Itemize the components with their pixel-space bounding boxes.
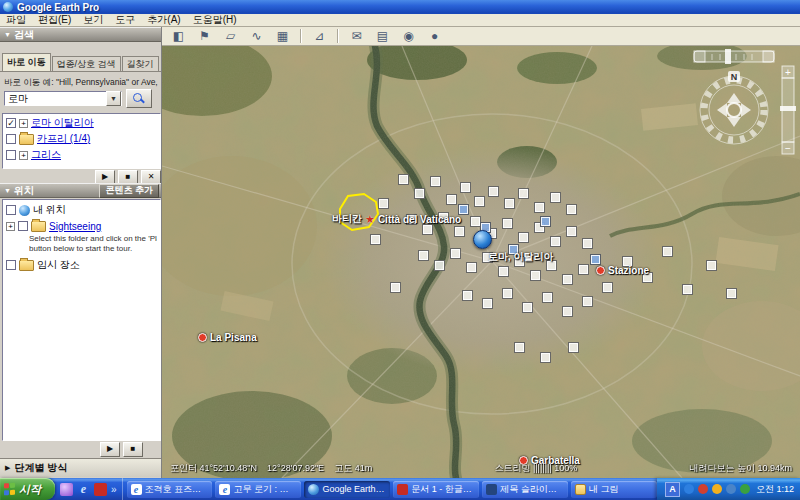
task-button[interactable]: e 조격호 표즈기 도.. — [127, 481, 213, 498]
combo-dropdown-icon[interactable]: ▼ — [106, 91, 121, 106]
map-viewport[interactable]: 바티칸★Città del Vaticano로마, 이탈리아StazioneLa… — [162, 46, 800, 478]
places-row-my-places[interactable]: 내 위치 — [6, 203, 66, 217]
add-path-icon[interactable]: ∿ — [248, 29, 265, 44]
sightseeing-description: button below to start the tour. — [29, 244, 157, 253]
places-row-temporary[interactable]: 임시 장소 — [6, 258, 80, 272]
google-earth-icon — [308, 484, 319, 495]
earth-icon[interactable]: ● — [426, 29, 443, 44]
pan-right-arrow[interactable] — [741, 103, 751, 117]
play-tour-button[interactable]: ▶ — [100, 442, 120, 457]
search-panel-header[interactable]: ▼ 검색 — [0, 27, 161, 42]
placemark-star-icon: ★ — [365, 213, 375, 226]
result-label[interactable]: 카프리 (1/4) — [37, 132, 90, 146]
internet-explorer-icon[interactable]: e — [77, 483, 90, 496]
tray-icon[interactable] — [712, 484, 722, 494]
print-icon[interactable]: ▤ — [374, 29, 391, 44]
toolbar-separator — [300, 29, 302, 43]
layers-panel-header[interactable]: ▶ 단계별 방식 — [0, 458, 161, 477]
sidebar: ▼ 검색 바로 이동 업종/상호 검색 길찾기 바로 이동 예: "Hill, … — [0, 27, 162, 478]
view-in-maps-icon[interactable]: ◉ — [400, 29, 417, 44]
pointer-coordinates: 포인터 41°52'10.48"N12°28'07.92"E고도 41m — [170, 462, 382, 475]
map-label[interactable]: Stazione — [596, 265, 649, 276]
zoom-slider-thumb[interactable] — [780, 106, 796, 111]
search-button[interactable] — [126, 89, 152, 108]
task-button[interactable]: 제목 슬라이드 틀-.. — [482, 481, 568, 498]
search-tabs: 바로 이동 업종/상호 검색 길찾기 — [2, 54, 160, 71]
window-titlebar[interactable]: Google Earth Pro — [0, 0, 800, 14]
menu-help[interactable]: 도움말(H) — [193, 13, 237, 27]
ime-indicator[interactable]: A — [665, 482, 680, 497]
stop-tour-button[interactable]: ■ — [123, 442, 143, 457]
email-icon[interactable]: ✉ — [348, 29, 365, 44]
pan-left-arrow[interactable] — [717, 103, 727, 117]
add-placemark-icon[interactable]: ⚑ — [196, 29, 213, 44]
zoom-slider[interactable]: + − — [780, 66, 796, 154]
tray-icon[interactable] — [684, 484, 694, 494]
tab-find-businesses[interactable]: 업종/상호 검색 — [52, 56, 121, 71]
folder-icon — [19, 260, 34, 271]
checkbox[interactable] — [6, 205, 16, 215]
map-label[interactable]: La Pisana — [198, 332, 257, 343]
map-label[interactable]: ★Città del Vaticano — [365, 213, 461, 226]
streaming-status: 스트리밍 |||||||| 100% — [494, 462, 577, 475]
windows-logo-icon — [4, 483, 16, 496]
pan-up-arrow[interactable] — [727, 93, 741, 103]
search-result-row[interactable]: + 그리스 — [6, 148, 61, 162]
search-result-row[interactable]: ✓ + 로마 이탈리아 — [6, 116, 94, 130]
folder-icon — [19, 134, 34, 145]
menu-add[interactable]: 추가(A) — [147, 13, 180, 27]
compass-north-label: N — [731, 72, 738, 82]
search-results: ✓ + 로마 이탈리아 카프리 (1/4) + 그리스 — [2, 113, 161, 169]
menu-tools[interactable]: 도구 — [115, 13, 135, 27]
measure-icon[interactable]: ⊿ — [311, 29, 328, 44]
map-toolbar: ◧⚑▱∿▦⊿✉▤◉● — [162, 27, 800, 46]
menu-view[interactable]: 보기 — [83, 13, 103, 27]
quick-launch-app-icon[interactable] — [60, 483, 73, 496]
collapse-arrow-icon: ▼ — [4, 187, 11, 194]
compass-center-knob[interactable] — [727, 103, 741, 117]
search-row: 로마 ▼ — [4, 90, 152, 107]
checkbox[interactable] — [6, 260, 16, 270]
task-button[interactable]: 문서 1 - 한글과.. — [393, 481, 479, 498]
checkbox[interactable]: ✓ — [6, 118, 16, 128]
start-button[interactable]: 시작 — [0, 478, 55, 500]
quick-launch-chevron-icon[interactable]: » — [111, 484, 117, 495]
search-query: 로마 — [5, 92, 106, 106]
search-result-row[interactable]: 카프리 (1/4) — [6, 132, 90, 146]
checkbox[interactable] — [18, 221, 28, 231]
result-label[interactable]: 그리스 — [31, 148, 61, 162]
pan-down-arrow[interactable] — [727, 117, 741, 127]
tilt-slider-thumb[interactable] — [725, 49, 731, 64]
compass[interactable]: N — [700, 71, 768, 144]
add-image-overlay-icon[interactable]: ▦ — [274, 29, 291, 44]
placemark-dot-icon — [596, 266, 605, 275]
add-content-button[interactable]: 콘텐츠 추가 — [99, 184, 159, 198]
expander-icon[interactable]: + — [19, 151, 28, 160]
map-label: 로마, 이탈리아 — [488, 250, 554, 264]
tab-directions[interactable]: 길찾기 — [122, 56, 159, 71]
navigation-control[interactable]: N + − — [692, 48, 796, 194]
tilt-slider[interactable] — [694, 49, 774, 64]
checkbox[interactable] — [6, 134, 16, 144]
task-button[interactable]: e 고무 로기 : 르시아.. — [215, 481, 301, 498]
add-polygon-icon[interactable]: ▱ — [222, 29, 239, 44]
quick-launch-hwp-icon[interactable] — [94, 483, 107, 496]
search-result-marker[interactable] — [473, 230, 492, 249]
expander-icon[interactable]: + — [19, 119, 28, 128]
places-panel-header[interactable]: ▼ 위치 콘텐츠 추가 — [0, 183, 161, 198]
tray-icon[interactable] — [726, 484, 736, 494]
search-input[interactable]: 로마 ▼ — [4, 91, 122, 106]
places-row-sightseeing[interactable]: + Sightseeing — [6, 219, 101, 233]
menu-file[interactable]: 파일 — [6, 13, 26, 27]
menu-edit[interactable]: 편집(E) — [38, 13, 71, 27]
checkbox[interactable] — [6, 150, 16, 160]
tab-fly-to[interactable]: 바로 이동 — [2, 53, 51, 71]
tray-icon[interactable] — [740, 484, 750, 494]
places-list: 내 위치 + Sightseeing Select this folder an… — [2, 199, 161, 441]
task-button[interactable]: 내 그림 — [571, 481, 657, 498]
sidebar-toggle-icon[interactable]: ◧ — [170, 29, 187, 44]
result-label[interactable]: 로마 이탈리아 — [31, 116, 94, 130]
expander-icon[interactable]: + — [6, 222, 15, 231]
tray-icon[interactable] — [698, 484, 708, 494]
task-button-google-earth[interactable]: Google Earth Pro — [304, 481, 390, 498]
